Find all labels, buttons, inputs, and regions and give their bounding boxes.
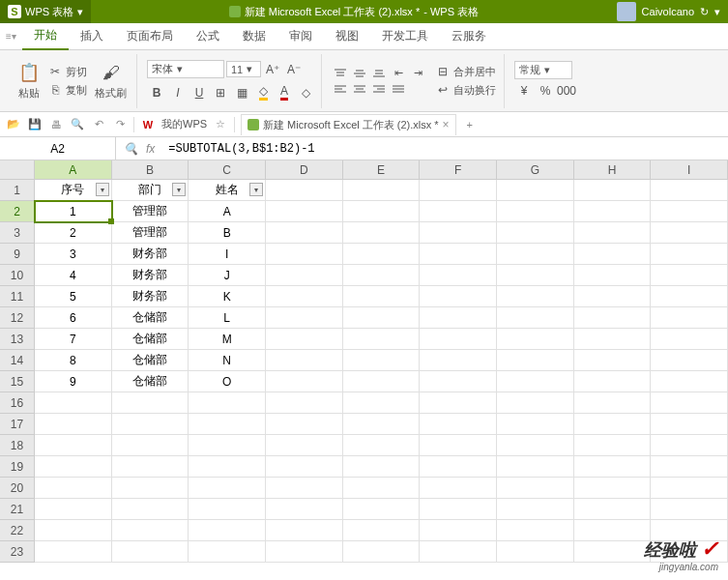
copy-button[interactable]: ⎘复制 <box>46 82 89 99</box>
cell-B20[interactable] <box>112 478 189 499</box>
tab-insert[interactable]: 插入 <box>69 23 115 50</box>
row-header-9[interactable]: 9 <box>0 244 35 265</box>
cell-A10[interactable]: 4 <box>35 265 112 286</box>
cell-B3[interactable]: 管理部 <box>112 222 189 244</box>
wrap-text-button[interactable]: ↩自动换行 <box>434 82 498 99</box>
cell-D22[interactable] <box>266 520 343 541</box>
open-icon[interactable]: 📂 <box>6 117 21 132</box>
cell-G11[interactable] <box>497 286 574 307</box>
cell-B19[interactable] <box>112 456 189 478</box>
cell-C3[interactable]: B <box>189 222 266 244</box>
row-header-13[interactable]: 13 <box>0 329 35 350</box>
cell-C22[interactable] <box>189 520 266 541</box>
cell-G21[interactable] <box>497 499 574 520</box>
cell-B15[interactable]: 仓储部 <box>112 371 189 392</box>
cell-C16[interactable] <box>189 392 266 414</box>
cell-F11[interactable] <box>420 286 497 307</box>
row-header-10[interactable]: 10 <box>0 265 35 286</box>
cell-I1[interactable] <box>651 180 728 201</box>
row-header-20[interactable]: 20 <box>0 478 35 499</box>
fill-color-button[interactable]: ◇ <box>253 83 273 102</box>
cell-E9[interactable] <box>343 244 421 265</box>
column-header-I[interactable]: I <box>651 160 728 180</box>
cell-F14[interactable] <box>420 350 497 371</box>
cell-C14[interactable]: N <box>189 350 266 371</box>
cell-H17[interactable] <box>574 414 652 435</box>
column-header-D[interactable]: D <box>266 160 343 180</box>
cell-H2[interactable] <box>574 201 652 222</box>
percent-button[interactable]: % <box>536 81 555 101</box>
cell-F13[interactable] <box>420 329 497 350</box>
cell-I18[interactable] <box>651 435 728 456</box>
cell-H12[interactable] <box>574 307 652 329</box>
cell-E17[interactable] <box>343 414 421 435</box>
cell-D12[interactable] <box>266 307 343 329</box>
align-right-button[interactable] <box>370 82 388 96</box>
row-header-22[interactable]: 22 <box>0 520 35 541</box>
cell-C21[interactable] <box>189 499 266 520</box>
cell-F1[interactable] <box>420 180 497 201</box>
tab-review[interactable]: 审阅 <box>277 23 324 50</box>
cell-A19[interactable] <box>35 456 112 478</box>
bold-button[interactable]: B <box>147 83 166 102</box>
document-tab[interactable]: 新建 Microsoft Excel 工作表 (2).xlsx * × <box>241 114 456 135</box>
cell-B12[interactable]: 仓储部 <box>112 307 189 329</box>
cell-I2[interactable] <box>651 201 728 222</box>
name-box[interactable]: A2 <box>0 137 116 160</box>
cell-A23[interactable] <box>35 541 112 563</box>
cell-B16[interactable] <box>112 392 189 414</box>
cell-G10[interactable] <box>497 265 574 286</box>
cell-B1[interactable]: 部门▾ <box>112 180 189 201</box>
tab-page-layout[interactable]: 页面布局 <box>115 23 185 50</box>
cell-G14[interactable] <box>497 350 574 371</box>
tab-home[interactable]: 开始 <box>22 23 69 50</box>
cell-I16[interactable] <box>651 392 728 414</box>
cell-A16[interactable] <box>35 392 112 414</box>
filter-button[interactable]: ▾ <box>96 183 109 196</box>
cell-A11[interactable]: 5 <box>35 286 112 307</box>
cell-D3[interactable] <box>266 222 343 244</box>
cell-A18[interactable] <box>35 435 112 456</box>
cell-F15[interactable] <box>420 371 497 392</box>
cell-D19[interactable] <box>266 456 343 478</box>
cell-D17[interactable] <box>266 414 343 435</box>
tab-data[interactable]: 数据 <box>231 23 277 50</box>
justify-button[interactable] <box>390 82 407 96</box>
cell-F21[interactable] <box>420 499 497 520</box>
save-icon[interactable]: 💾 <box>27 117 43 132</box>
cell-F22[interactable] <box>420 520 497 541</box>
cell-F18[interactable] <box>420 435 497 456</box>
cell-G1[interactable] <box>497 180 574 201</box>
cell-I17[interactable] <box>651 414 728 435</box>
fill-handle[interactable] <box>108 218 114 224</box>
cell-I3[interactable] <box>651 222 728 244</box>
column-header-B[interactable]: B <box>112 160 189 180</box>
cell-H13[interactable] <box>574 329 652 350</box>
cell-G13[interactable] <box>497 329 574 350</box>
format-painter-button[interactable]: 🖌 格式刷 <box>91 59 131 102</box>
clear-format-button[interactable]: ◇ <box>296 83 315 102</box>
cell-G9[interactable] <box>497 244 574 265</box>
cell-B10[interactable]: 财务部 <box>112 265 189 286</box>
cut-button[interactable]: ✂剪切 <box>46 64 89 80</box>
decrease-font-button[interactable]: A⁻ <box>284 60 304 79</box>
cell-H22[interactable] <box>574 520 652 541</box>
tab-developer[interactable]: 开发工具 <box>370 23 440 50</box>
cell-G18[interactable] <box>497 435 574 456</box>
cell-H3[interactable] <box>574 222 652 244</box>
row-header-2[interactable]: 2 <box>0 201 35 222</box>
cell-D20[interactable] <box>266 478 343 499</box>
cell-C20[interactable] <box>189 478 266 499</box>
cell-H23[interactable] <box>574 541 652 563</box>
column-header-G[interactable]: G <box>497 160 574 180</box>
align-left-button[interactable] <box>332 82 349 96</box>
cell-H18[interactable] <box>574 435 652 456</box>
filter-button[interactable]: ▾ <box>249 183 263 196</box>
merge-center-button[interactable]: ⊟合并居中 <box>434 64 498 80</box>
cell-F23[interactable] <box>420 541 497 563</box>
cell-I19[interactable] <box>651 456 728 478</box>
increase-indent-button[interactable]: ⇥ <box>409 67 426 80</box>
cell-C11[interactable]: K <box>189 286 266 307</box>
cell-B21[interactable] <box>112 499 189 520</box>
print-preview-icon[interactable]: 🔍 <box>70 117 85 132</box>
